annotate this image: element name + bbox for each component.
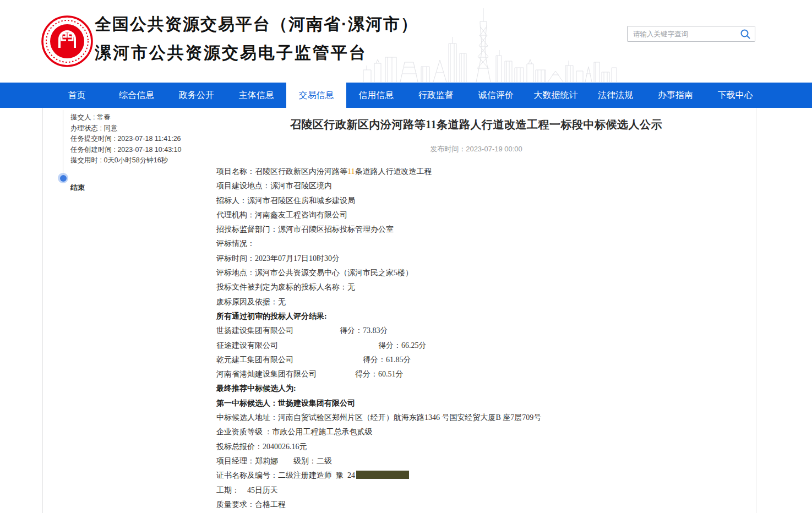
nav-item-4[interactable]: 主体信息 bbox=[226, 83, 286, 108]
nav-item-1[interactable]: 首页 bbox=[47, 83, 107, 108]
doc-line: 投标文件被判定为废标的投标人名称：无 bbox=[216, 280, 736, 294]
nav-item-8[interactable]: 诚信评价 bbox=[466, 83, 526, 108]
doc-line: 工期： 45日历天 bbox=[216, 483, 736, 498]
workflow-field: 任务创建时间 : 2023-07-18 10:43:10 bbox=[70, 145, 182, 156]
doc-line: 项目建设地点：漯河市召陵区境内 bbox=[216, 179, 736, 193]
nav-item-7[interactable]: 行政监督 bbox=[406, 83, 466, 108]
search-input[interactable] bbox=[628, 30, 736, 38]
doc-line: 评标地点：漯河市公共资源交易中心（漯河市民之家5楼） bbox=[216, 266, 736, 280]
publish-time: 发布时间：2023-07-19 00:00 bbox=[216, 144, 736, 154]
announcement-title: 召陵区行政新区内汾河路等11条道路人行道改造工程一标段中标候选人公示 bbox=[216, 117, 736, 132]
nav-item-5-active[interactable]: 交易信息 bbox=[286, 83, 346, 108]
redaction-block bbox=[356, 471, 409, 479]
nav-item-2[interactable]: 综合信息 bbox=[107, 83, 167, 108]
timeline-node-icon bbox=[58, 173, 68, 183]
search-icon bbox=[740, 29, 751, 40]
doc-line: 证书名称及编号：二级注册建造师 豫 24 bbox=[216, 468, 736, 483]
doc-line: 质量要求：合格工程 bbox=[216, 498, 736, 512]
search-button[interactable] bbox=[736, 26, 755, 41]
workflow-field: 任务提交时间 : 2023-07-18 11:41:26 bbox=[70, 134, 182, 145]
site-header: 全国公共资源交易平台（河南省·漯河市） 漯河市公共资源交易电子监管平台 bbox=[0, 0, 812, 83]
city-skyline-watermark bbox=[361, 8, 619, 83]
doc-line: 最终推荐中标候选人为: bbox=[216, 381, 736, 396]
announcement-article: 召陵区行政新区内汾河路等11条道路人行道改造工程一标段中标候选人公示 发布时间：… bbox=[197, 108, 756, 513]
doc-line: 企业资质等级 ：市政公用工程施工总承包贰级 bbox=[216, 425, 736, 439]
doc-line: 投标总报价：2040026.16元 bbox=[216, 440, 736, 454]
doc-line: 代理机构：河南鑫友工程咨询有限公司 bbox=[216, 208, 736, 222]
site-logo bbox=[41, 15, 94, 68]
doc-line: 第一中标候选人：世扬建设集团有限公司 bbox=[216, 396, 736, 411]
workflow-field: 办理状态 : 同意 bbox=[70, 123, 182, 134]
doc-line: 项目经理：郑莉娜 级别：二级 bbox=[216, 454, 736, 468]
content-right-border bbox=[756, 108, 756, 513]
doc-line: 废标原因及依据：无 bbox=[216, 295, 736, 309]
workflow-end-label: 结束 bbox=[70, 183, 85, 193]
announcement-body: 项目名称：召陵区行政新区内汾河路等11条道路人行道改造工程项目建设地点：漯河市召… bbox=[216, 165, 736, 513]
workflow-field: 提交人 : 常春 bbox=[70, 112, 182, 123]
doc-line: 项目名称：召陵区行政新区内汾河路等11条道路人行道改造工程 bbox=[216, 165, 736, 179]
nav-item-10[interactable]: 法律法规 bbox=[586, 83, 646, 108]
doc-line: 招投标监督部门：漯河市召陵区招标投标管理办公室 bbox=[216, 222, 736, 237]
nav-item-3[interactable]: 政务公开 bbox=[167, 83, 227, 108]
main-nav: 首页综合信息政务公开主体信息交易信息信用信息行政监督诚信评价大数据统计法律法规办… bbox=[0, 83, 812, 108]
page: 全国公共资源交易平台（河南省·漯河市） 漯河市公共资源交易电子监管平台 bbox=[0, 0, 812, 513]
doc-line: 中标候选人地址：河南自贸试验区郑州片区（经开）航海东路1346 号国安经贸大厦B… bbox=[216, 411, 736, 425]
nav-item-6[interactable]: 信用信息 bbox=[346, 83, 406, 108]
search-box bbox=[627, 26, 755, 42]
nav-item-11[interactable]: 办事指南 bbox=[646, 83, 706, 108]
doc-line: 世扬建设集团有限公司 得分：73.83分 bbox=[216, 324, 736, 338]
doc-line: 河南省港灿建设集团有限公司 得分：60.51分 bbox=[216, 367, 736, 381]
nav-item-9[interactable]: 大数据统计 bbox=[526, 83, 586, 108]
workflow-sidebar: 提交人 : 常春办理状态 : 同意任务提交时间 : 2023-07-18 11:… bbox=[53, 108, 197, 513]
divider-line bbox=[42, 108, 43, 513]
doc-line: 评标时间：2023年07月17日10时30分 bbox=[216, 252, 736, 266]
doc-line: 乾元建工集团有限公司 得分：61.85分 bbox=[216, 353, 736, 367]
highlighted-keyword: 11 bbox=[347, 167, 355, 176]
doc-line: 招标人：漯河市召陵区住房和城乡建设局 bbox=[216, 194, 736, 208]
workflow-field: 提交用时 : 0天0小时58分钟16秒 bbox=[70, 155, 182, 166]
timeline-line bbox=[63, 110, 63, 174]
workflow-fields: 提交人 : 常春办理状态 : 同意任务提交时间 : 2023-07-18 11:… bbox=[70, 112, 182, 166]
nav-item-12[interactable]: 下载中心 bbox=[705, 83, 765, 108]
doc-line: 征途建设有限公司 得分：66.25分 bbox=[216, 339, 736, 353]
seal-icon bbox=[41, 15, 94, 68]
doc-line: 评标情况： bbox=[216, 237, 736, 251]
doc-line: 所有通过初审的投标人评分结果: bbox=[216, 309, 736, 324]
